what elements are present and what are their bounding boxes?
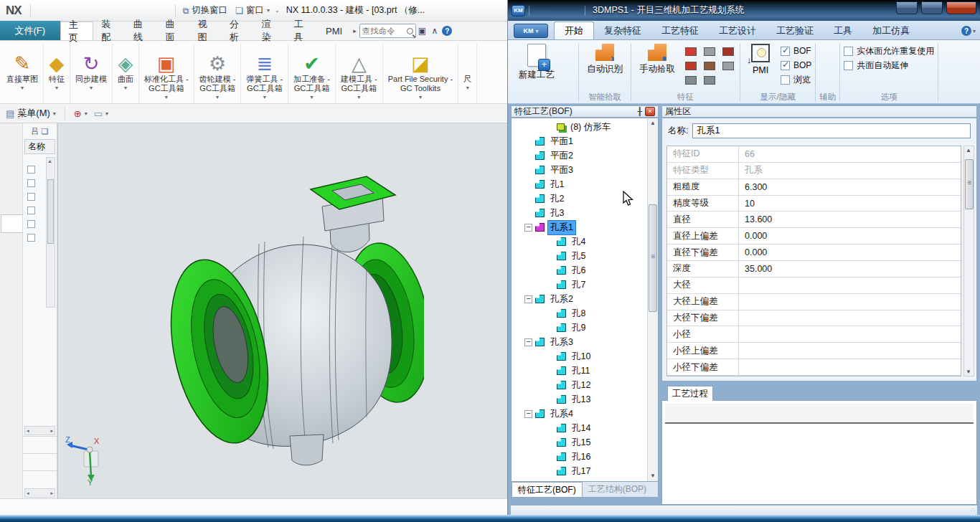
property-row[interactable]: 大径 [667, 277, 961, 294]
command-search-box[interactable] [359, 24, 416, 38]
sync-modeling-group[interactable]: ↻ 同步建模 ▾ [70, 43, 113, 103]
scroll-thumb[interactable] [649, 204, 657, 312]
tree-item[interactable]: 孔5 [512, 249, 646, 263]
display-checkbox[interactable]: BOF [781, 44, 811, 58]
save-as-icon[interactable] [138, 4, 154, 18]
panel-undock-icon[interactable]: ❏ [42, 127, 49, 136]
history-icon[interactable] [1, 326, 22, 345]
km-ribbon-tab[interactable]: 工艺设计 [709, 22, 766, 39]
navigator-section[interactable] [23, 436, 57, 453]
property-row[interactable]: 大径上偏差 [667, 294, 961, 310]
copy-icon[interactable] [104, 4, 119, 18]
tree-item[interactable]: 孔16 [512, 450, 646, 464]
child-close-button[interactable] [489, 27, 507, 40]
gear-modeling-group[interactable]: ⚙ 齿轮建模 -GC工具箱 ▾ [194, 43, 242, 103]
assist-command[interactable] [819, 58, 824, 72]
modeling-tools-group[interactable]: △ 建模工具 -GC工具箱 ▾ [336, 43, 383, 103]
scroll-down-icon[interactable]: ▼ [648, 471, 658, 481]
tree-item[interactable]: 孔系4 [512, 407, 646, 421]
tree-expander-icon[interactable] [524, 338, 532, 346]
scroll-thumb[interactable] [965, 159, 974, 209]
tree-item[interactable]: 孔系1 [512, 220, 646, 234]
close-button[interactable] [946, 1, 976, 14]
tree-expander[interactable] [27, 220, 35, 228]
surface-group[interactable]: ◈ 曲面 ▾ [113, 43, 139, 103]
tree-expander-icon[interactable] [524, 410, 532, 418]
property-row[interactable]: 小径 [667, 326, 961, 343]
help-button[interactable]: ?▾ [961, 26, 976, 36]
assist-command[interactable] [819, 72, 824, 87]
roles-gear-icon[interactable] [1, 130, 22, 149]
resize-grip-icon[interactable]: ∴ [971, 507, 975, 513]
tree-item[interactable]: 孔17 [512, 464, 646, 478]
cylinder-feature-icon[interactable] [722, 47, 734, 56]
slant-face-feature-icon[interactable] [685, 47, 697, 56]
tree-item[interactable]: 平面2 [512, 148, 646, 163]
tree-expander-icon[interactable] [524, 224, 532, 232]
tree-expander[interactable] [27, 193, 35, 201]
option-checkbox[interactable]: 实体面允许重复使用 [844, 44, 934, 58]
km-ribbon-tab[interactable]: 工具 [824, 22, 862, 39]
scroll-down-icon[interactable]: ▼ [966, 369, 971, 375]
navigator-column-header[interactable]: 名称 [24, 139, 55, 154]
tree-item[interactable]: 孔11 [512, 364, 646, 378]
close-panel-icon[interactable]: × [645, 107, 655, 116]
selection-scope-button[interactable]: ⊕▾ [74, 108, 88, 119]
child-restore-button[interactable] [471, 27, 489, 40]
panel-dock-icon[interactable]: 吕 [32, 126, 39, 137]
qat-overflow-icon[interactable]: ⌄ [275, 7, 280, 14]
tree-panel-tab[interactable]: 工艺结构(BOP) [583, 482, 652, 497]
spring-tools-group[interactable]: ≣ 弹簧工具 -GC工具箱 ▾ [241, 43, 288, 103]
region-face-feature-icon[interactable] [704, 76, 715, 85]
nx-ribbon-tab[interactable]: 装配 [93, 22, 126, 40]
part-navigator-icon[interactable] [1, 214, 22, 233]
cut-icon[interactable] [87, 4, 102, 18]
scroll-up-icon[interactable]: ▲ [966, 147, 971, 153]
tab-overflow-icon[interactable]: ▸ [350, 27, 359, 34]
km-menu-button[interactable]: KM▾ [514, 24, 548, 38]
navigator-section[interactable] [23, 470, 57, 488]
child-minimize-button[interactable] [453, 27, 471, 40]
window-menu-button[interactable]: ❏窗口▾ [232, 3, 273, 19]
display-checkbox[interactable]: BOP [781, 58, 811, 72]
tree-item[interactable]: (8) 仿形车 [512, 120, 646, 134]
ribbon-options-icon[interactable]: ▣ [416, 23, 428, 39]
feature-name-input[interactable] [692, 123, 971, 138]
minimize-button[interactable] [896, 1, 918, 14]
reuse-library-icon[interactable] [1, 242, 22, 261]
groove-pair-feature-icon[interactable] [722, 62, 734, 70]
tree-item[interactable]: 孔系3 [512, 335, 646, 349]
new-process-button[interactable]: 新建工艺 [514, 44, 559, 81]
nx-ribbon-tab[interactable]: 分析 [222, 22, 254, 40]
pin-icon[interactable]: ╂ [637, 107, 642, 116]
nx-ribbon-tab[interactable]: 视图 [189, 22, 222, 40]
ug-part-icon[interactable] [562, 70, 575, 81]
tree-item[interactable]: 孔系2 [512, 292, 646, 306]
option-checkbox[interactable]: 共面自动延伸 [844, 58, 934, 72]
close-button[interactable] [486, 4, 504, 17]
tree-item[interactable]: 平面1 [512, 134, 646, 148]
hd3d-tools-icon[interactable] [1, 298, 22, 317]
minimize-button[interactable] [446, 4, 464, 17]
tree-item[interactable]: 孔9 [512, 321, 646, 335]
km-ribbon-tab[interactable]: 工艺特征 [651, 22, 709, 39]
display-checkbox[interactable]: 浏览 [781, 72, 811, 87]
navigator-scrollbar[interactable] [46, 157, 55, 308]
assist-command[interactable] [819, 44, 824, 58]
visual-reports-icon[interactable] [1, 354, 22, 373]
property-row[interactable]: 特征ID 66 [667, 146, 961, 163]
scroll-up-icon[interactable]: ▲ [648, 118, 658, 128]
nx-ribbon-tab[interactable]: 工具 [286, 22, 318, 40]
navigator-section[interactable] [23, 453, 57, 470]
help-icon[interactable]: ? [441, 23, 453, 39]
tree-expander[interactable] [27, 234, 35, 242]
tree-expander[interactable] [27, 166, 35, 174]
valve-body-model[interactable] [151, 159, 424, 468]
search-input[interactable] [362, 27, 407, 35]
nx-ribbon-tab[interactable]: 渲染 [254, 22, 286, 40]
properties-scrollbar[interactable]: ▲ ▼ [963, 146, 974, 376]
property-row[interactable]: 直径下偏差 0.000 [667, 245, 961, 261]
undo-icon[interactable] [52, 4, 67, 18]
nx-ribbon-tab[interactable]: 主页 [60, 22, 94, 40]
nx-ribbon-tab[interactable]: PMI [318, 22, 350, 40]
